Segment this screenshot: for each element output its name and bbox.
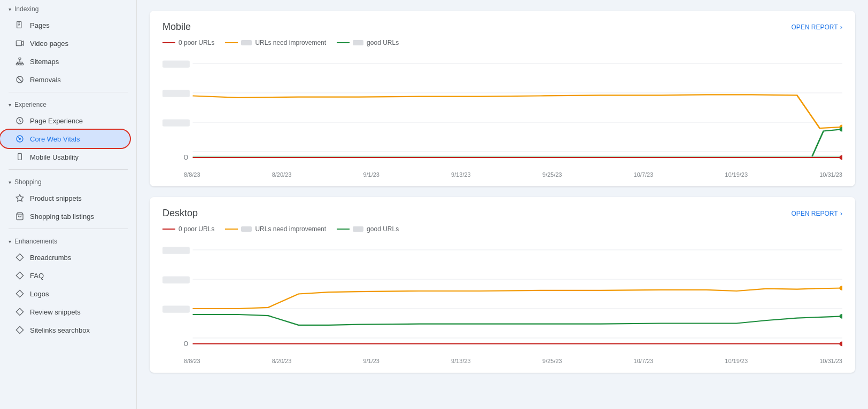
chevron-right-icon: › <box>840 23 842 31</box>
svg-rect-2 <box>19 58 21 59</box>
x-label: 10/19/23 <box>725 171 748 178</box>
sidebar-item-label: Core Web Vitals <box>30 135 80 143</box>
x-label: 10/31/23 <box>819 358 842 364</box>
x-label: 10/7/23 <box>634 358 654 364</box>
svg-rect-25 <box>162 120 190 127</box>
svg-rect-35 <box>162 247 190 254</box>
sitemap-icon <box>15 57 25 66</box>
x-label: 8/20/23 <box>272 358 292 364</box>
sidebar-item-product-snippets[interactable]: Product snippets <box>0 189 130 207</box>
x-label: 9/25/23 <box>542 171 562 178</box>
improvement-line-icon <box>225 229 238 230</box>
chevron-down-icon: ▾ <box>9 239 11 245</box>
sidebar-item-mobile-usability[interactable]: Mobile Usability <box>0 148 130 166</box>
sidebar-item-core-web-vitals[interactable]: Core Web Vitals <box>0 130 130 148</box>
svg-text:0: 0 <box>183 154 188 161</box>
chevron-down-icon: ▾ <box>9 179 11 185</box>
sidebar-section-indexing[interactable]: ▾ Indexing <box>0 0 136 16</box>
svg-marker-16 <box>16 290 23 297</box>
sidebar-item-pages[interactable]: Pages <box>0 16 130 34</box>
desktop-chart-card: Desktop OPEN REPORT › 0 poor URLs URLs n… <box>150 197 855 373</box>
shopping-icon <box>15 211 25 221</box>
sidebar-section-shopping[interactable]: ▾ Shopping <box>0 173 136 189</box>
sidebar-item-sitemaps[interactable]: Sitemaps <box>0 52 130 70</box>
gauge-icon <box>15 134 25 144</box>
legend-poor: 0 poor URLs <box>162 39 214 46</box>
good-swatch <box>353 40 363 45</box>
sidebar-item-removals[interactable]: Removals <box>0 70 130 89</box>
svg-rect-5 <box>21 64 24 65</box>
sidebar-section-label: Experience <box>14 101 46 108</box>
chevron-right-icon: › <box>840 209 842 217</box>
sidebar-item-page-experience[interactable]: Page Experience <box>0 112 130 130</box>
mobile-chart-title: Mobile <box>162 21 191 33</box>
sidebar-section-experience[interactable]: ▾ Experience <box>0 96 136 112</box>
sidebar: ▾ Indexing Pages Video pages Sitemaps Re… <box>0 0 137 409</box>
svg-point-42 <box>839 342 842 347</box>
legend-good: good URLs <box>337 225 399 233</box>
desktop-chart-header: Desktop OPEN REPORT › <box>162 208 842 219</box>
svg-marker-17 <box>16 308 23 315</box>
sidebar-item-video-pages[interactable]: Video pages <box>0 34 130 52</box>
sidebar-section-enhancements[interactable]: ▾ Enhancements <box>0 232 136 248</box>
svg-rect-3 <box>16 64 18 65</box>
sidebar-item-logos[interactable]: Logos <box>0 285 130 303</box>
chevron-down-icon: ▾ <box>9 6 11 12</box>
sidebar-item-label: Mobile Usability <box>30 153 79 161</box>
svg-rect-10 <box>18 153 22 160</box>
svg-marker-12 <box>16 194 23 201</box>
desktop-chart-area: 0 <box>162 238 842 356</box>
svg-rect-24 <box>162 90 190 97</box>
sidebar-item-label: Breadcrumbs <box>30 254 71 262</box>
diamond-icon <box>15 289 25 298</box>
desktop-chart-svg: 0 <box>162 238 842 356</box>
svg-marker-14 <box>16 254 23 261</box>
improvement-swatch <box>241 40 252 45</box>
x-label: 8/8/23 <box>184 171 200 178</box>
legend-good-label: good URLs <box>367 225 399 233</box>
svg-text:0: 0 <box>183 340 188 348</box>
sidebar-item-label: Product snippets <box>30 194 82 202</box>
x-label: 9/1/23 <box>363 358 379 364</box>
x-label: 8/20/23 <box>272 171 292 178</box>
improvement-line-icon <box>225 42 238 43</box>
mobile-chart-svg: 0 <box>162 52 842 169</box>
tag-icon <box>15 193 25 203</box>
mobile-icon <box>15 152 25 162</box>
sidebar-item-sitelinks-searchbox[interactable]: Sitelinks searchbox <box>0 321 130 339</box>
sidebar-section-label: Shopping <box>14 178 42 186</box>
svg-point-40 <box>839 286 842 290</box>
sidebar-item-shopping-tab[interactable]: Shopping tab listings <box>0 207 130 225</box>
sidebar-item-label: Removals <box>30 76 61 84</box>
desktop-open-report-link[interactable]: OPEN REPORT › <box>792 209 842 217</box>
sidebar-item-faq[interactable]: FAQ <box>0 266 130 285</box>
sidebar-item-review-snippets[interactable]: Review snippets <box>0 303 130 321</box>
open-report-label: OPEN REPORT <box>792 23 838 31</box>
desktop-x-axis: 8/8/23 8/20/23 9/1/23 9/13/23 9/25/23 10… <box>162 356 842 364</box>
legend-poor-label: 0 poor URLs <box>179 39 214 46</box>
legend-poor: 0 poor URLs <box>162 225 214 233</box>
sidebar-item-label: Sitelinks searchbox <box>30 326 90 334</box>
divider-3 <box>9 229 128 229</box>
legend-good: good URLs <box>337 39 399 46</box>
x-label: 8/8/23 <box>184 358 200 364</box>
mobile-chart-header: Mobile OPEN REPORT › <box>162 21 842 33</box>
sidebar-item-label: Logos <box>30 290 49 298</box>
sidebar-item-breadcrumbs[interactable]: Breadcrumbs <box>0 248 130 266</box>
sidebar-item-label: Page Experience <box>30 117 83 125</box>
svg-marker-15 <box>16 272 23 279</box>
main-content: Mobile OPEN REPORT › 0 poor URLs URLs ne… <box>137 0 868 409</box>
svg-point-41 <box>839 314 842 319</box>
legend-poor-label: 0 poor URLs <box>179 225 214 233</box>
open-report-label: OPEN REPORT <box>792 210 838 217</box>
poor-line-icon <box>162 229 175 230</box>
legend-improvement: URLs need improvement <box>225 39 326 46</box>
x-label: 9/13/23 <box>451 358 471 364</box>
legend-good-label: good URLs <box>367 39 399 46</box>
x-label: 9/1/23 <box>363 171 379 178</box>
desktop-chart-legend: 0 poor URLs URLs need improvement good U… <box>162 225 842 233</box>
desktop-chart-title: Desktop <box>162 208 198 219</box>
mobile-open-report-link[interactable]: OPEN REPORT › <box>792 23 842 31</box>
divider-2 <box>9 169 128 170</box>
diamond-icon <box>15 307 25 317</box>
